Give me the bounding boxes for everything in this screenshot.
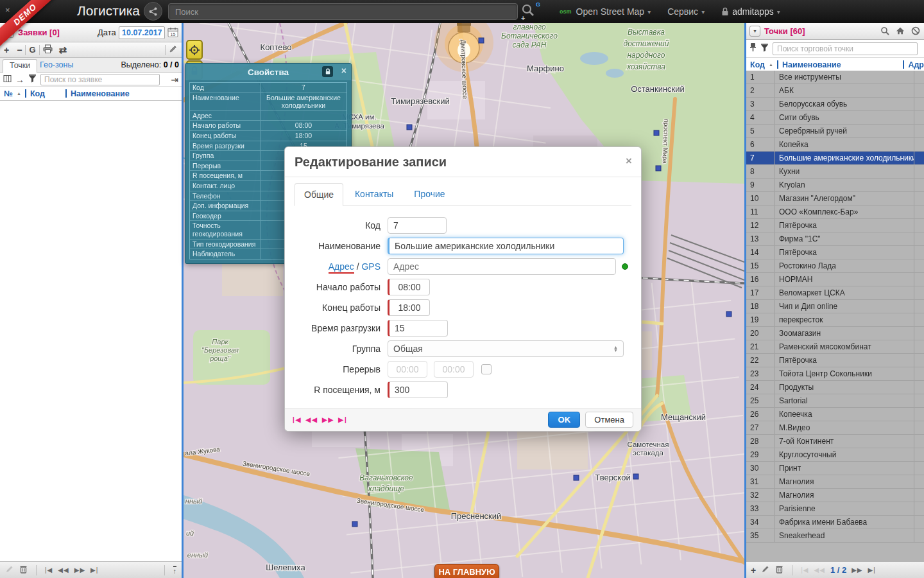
break-to-field[interactable] bbox=[434, 361, 474, 378]
panel-resize-handle-left[interactable] bbox=[182, 23, 184, 578]
pin-lock-button[interactable] bbox=[322, 66, 333, 77]
gps-link[interactable]: GPS bbox=[361, 261, 381, 272]
record-next-icon[interactable]: ▶▶ bbox=[322, 416, 334, 423]
radius-field[interactable] bbox=[388, 381, 448, 398]
table-row[interactable]: 3Белорусская обувь bbox=[746, 98, 924, 111]
prev-page-icon[interactable]: ◀◀ bbox=[814, 566, 825, 574]
date-input[interactable] bbox=[119, 26, 165, 39]
arrow-right-icon[interactable]: → bbox=[15, 75, 24, 84]
table-row[interactable]: 19перекресток bbox=[746, 313, 924, 327]
close-icon[interactable]: × bbox=[5, 6, 10, 14]
table-row[interactable]: 18Чип и Дип online bbox=[746, 300, 924, 313]
advanced-search-button[interactable]: G + bbox=[521, 3, 540, 21]
tab-other[interactable]: Прочие bbox=[405, 183, 454, 205]
point-marker[interactable] bbox=[479, 38, 484, 43]
table-row[interactable]: 7Большие американские холодильники bbox=[746, 152, 924, 165]
unload-time-field[interactable] bbox=[388, 320, 448, 337]
table-row[interactable]: 32Магнолия bbox=[746, 489, 924, 502]
work-end-field[interactable] bbox=[388, 299, 430, 316]
orders-column-header[interactable]: № ▲ Код Наименование bbox=[0, 87, 182, 101]
next-page-icon[interactable]: ▶▶ bbox=[851, 566, 862, 574]
next-page-icon[interactable]: ▶▶ bbox=[74, 566, 85, 574]
tab-points[interactable]: Точки bbox=[3, 59, 37, 73]
close-icon[interactable]: × bbox=[341, 66, 346, 76]
collapse-button[interactable]: ▾ bbox=[749, 26, 760, 37]
table-row[interactable]: 6Копейка bbox=[746, 138, 924, 152]
table-row[interactable]: 30Принт bbox=[746, 462, 924, 475]
code-field[interactable] bbox=[388, 217, 447, 234]
address-field[interactable] bbox=[388, 258, 616, 275]
table-row[interactable]: 15Ростокино Лада bbox=[746, 259, 924, 273]
table-row[interactable]: 9Kryolan bbox=[746, 179, 924, 192]
table-row[interactable]: 12Пятёрочка bbox=[746, 219, 924, 232]
table-row[interactable]: 29Круглосуточный bbox=[746, 448, 924, 462]
table-row[interactable]: 1Все инструменты bbox=[746, 71, 924, 84]
break-from-field[interactable] bbox=[388, 361, 427, 378]
table-row[interactable]: 17Веломаркет ЦСКА bbox=[746, 286, 924, 300]
goto-icon[interactable]: ⇥ bbox=[171, 75, 178, 84]
global-search-input[interactable] bbox=[168, 3, 518, 20]
table-row[interactable]: 34Фабрика имени Бабаева bbox=[746, 516, 924, 529]
point-marker[interactable] bbox=[352, 521, 357, 527]
columns-icon[interactable] bbox=[3, 74, 12, 85]
tab-general[interactable]: Общие bbox=[295, 183, 343, 206]
table-row[interactable]: 8Кухни bbox=[746, 165, 924, 179]
table-row[interactable]: 4Сити обувь bbox=[746, 111, 924, 125]
table-row[interactable]: 287-ой Континент bbox=[746, 435, 924, 448]
table-row[interactable]: 33Parisienne bbox=[746, 502, 924, 516]
name-field[interactable] bbox=[388, 238, 624, 254]
group-select[interactable]: Общая ▲▼ bbox=[388, 340, 624, 357]
work-start-field[interactable] bbox=[388, 279, 430, 295]
table-row[interactable]: 22Пятёрочка bbox=[746, 354, 924, 367]
edit-button[interactable] bbox=[5, 565, 14, 576]
delete-button[interactable] bbox=[19, 565, 28, 576]
point-marker[interactable] bbox=[633, 474, 638, 479]
collapse-up-icon[interactable]: ↑ bbox=[173, 566, 177, 574]
cancel-button[interactable]: Отмена bbox=[585, 412, 633, 428]
service-menu[interactable]: Сервис ▾ bbox=[661, 0, 711, 23]
add-button[interactable]: + bbox=[751, 566, 756, 575]
point-marker[interactable] bbox=[726, 311, 732, 317]
point-marker[interactable] bbox=[654, 130, 659, 136]
points-column-header[interactable]: Код ▲ Наименование Адр bbox=[746, 58, 924, 72]
table-row[interactable]: 13Фирма "1С" bbox=[746, 232, 924, 246]
edit-button[interactable] bbox=[169, 44, 178, 56]
table-row[interactable]: 5Серебряный ручей bbox=[746, 125, 924, 138]
point-marker[interactable] bbox=[407, 125, 412, 130]
first-page-icon[interactable]: |◀ bbox=[801, 566, 809, 574]
filter-button[interactable] bbox=[760, 43, 769, 55]
record-prev-icon[interactable]: ◀◀ bbox=[306, 416, 318, 423]
locate-button[interactable] bbox=[186, 40, 203, 60]
geocode-button[interactable]: G bbox=[29, 46, 35, 54]
remove-button[interactable]: − bbox=[17, 46, 22, 55]
table-row[interactable]: 27М.Видео bbox=[746, 421, 924, 435]
table-row[interactable]: 31Магнолия bbox=[746, 475, 924, 489]
last-page-icon[interactable]: ▶| bbox=[90, 566, 98, 574]
break-checkbox[interactable] bbox=[481, 364, 492, 374]
point-marker[interactable] bbox=[656, 166, 661, 171]
point-marker[interactable] bbox=[574, 475, 579, 480]
delete-button[interactable] bbox=[775, 565, 783, 576]
edit-button[interactable] bbox=[761, 565, 770, 576]
share-button[interactable] bbox=[144, 2, 162, 21]
table-row[interactable]: 20Зоомагазин bbox=[746, 327, 924, 340]
ok-button[interactable]: OK bbox=[548, 412, 580, 428]
prev-page-icon[interactable]: ◀◀ bbox=[58, 566, 69, 574]
calendar-icon[interactable]: 15 bbox=[167, 27, 178, 40]
map-provider-menu[interactable]: osm Open Street Map ▾ bbox=[553, 0, 657, 23]
print-button[interactable] bbox=[43, 44, 53, 56]
swap-icon[interactable]: ⇄ bbox=[59, 45, 67, 55]
table-row[interactable]: 11ООО «Комплекс-Бар» bbox=[746, 206, 924, 219]
record-last-icon[interactable]: ▶| bbox=[338, 416, 348, 423]
last-page-icon[interactable]: ▶| bbox=[868, 566, 876, 574]
table-row[interactable]: 24Продукты bbox=[746, 381, 924, 394]
home-view-button[interactable] bbox=[896, 26, 905, 38]
user-menu[interactable]: admitapps ▾ bbox=[715, 0, 787, 23]
panel-resize-handle-right[interactable] bbox=[744, 23, 746, 578]
tab-geozones[interactable]: Гео-зоны bbox=[40, 60, 73, 69]
tab-contacts[interactable]: Контакты bbox=[346, 183, 402, 205]
address-link[interactable]: Адрес bbox=[329, 261, 354, 274]
order-search-input[interactable] bbox=[40, 74, 160, 85]
point-search-input[interactable] bbox=[773, 42, 918, 55]
pin-button[interactable] bbox=[749, 42, 757, 55]
